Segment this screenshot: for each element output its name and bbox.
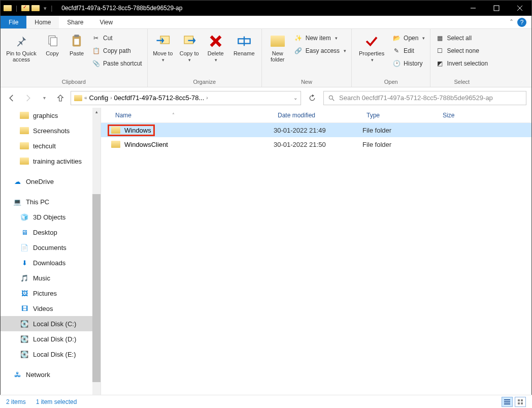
tree-item-graphics[interactable]: graphics: [1, 108, 101, 123]
file-type: File folder: [362, 127, 439, 134]
tab-view[interactable]: View: [91, 16, 121, 28]
tab-home[interactable]: Home: [26, 16, 59, 28]
chevron-down-icon: ▾: [344, 48, 346, 53]
scrollbar-thumb[interactable]: [92, 194, 101, 382]
details-view-button[interactable]: [502, 397, 513, 407]
delete-button[interactable]: Delete▾: [204, 31, 228, 62]
ribbon: Pin to Quick access Copy Paste ✂Cut 📋Cop…: [1, 29, 531, 87]
copy-to-button[interactable]: Copy to▾: [177, 31, 202, 62]
tree-item-documents[interactable]: 📄Documents: [1, 240, 101, 255]
tree-item-downloads[interactable]: ⬇Downloads: [1, 255, 101, 270]
tree-item-local-disk-e[interactable]: 💽Local Disk (E:): [1, 347, 101, 362]
pin-quick-access-button[interactable]: Pin to Quick access: [4, 31, 39, 62]
ribbon-group-new: New folder ✨New item▾ 🔗Easy access▾ New: [262, 29, 352, 87]
view-toggle: [502, 397, 526, 407]
copy-path-button[interactable]: 📋Copy path: [90, 45, 144, 56]
chevron-right-icon: ›: [110, 95, 112, 101]
label: Delete: [208, 50, 224, 56]
column-header-size[interactable]: Size: [439, 112, 489, 119]
tree-item-local-disk-d[interactable]: 💽Local Disk (D:): [1, 331, 101, 347]
label: Screenshots: [33, 127, 70, 135]
easy-access-button[interactable]: 🔗Easy access▾: [292, 45, 348, 56]
column-header-type[interactable]: Type: [362, 112, 439, 119]
tree-item-screenshots[interactable]: Screenshots: [1, 123, 101, 138]
tab-file[interactable]: File: [1, 16, 26, 28]
invert-selection-button[interactable]: ◩Invert selection: [434, 57, 490, 69]
folder-icon: [111, 127, 120, 134]
chevron-down-icon: ▾: [422, 36, 425, 41]
tree-item-techcult[interactable]: techcult: [1, 138, 101, 153]
copy-button[interactable]: Copy: [41, 31, 63, 56]
tree-item-thispc[interactable]: 💻This PC: [1, 194, 101, 209]
move-to-button[interactable]: Move to▾: [151, 31, 175, 62]
paste-button[interactable]: Paste: [65, 31, 88, 56]
column-header-name[interactable]: Name˄: [111, 112, 274, 119]
address-bar[interactable]: « Config › 0ecfdf71-497a-5712-8cc5-78...…: [71, 91, 301, 105]
file-name: WindowsClient: [124, 141, 168, 148]
collapse-ribbon-icon[interactable]: ˄: [510, 18, 513, 26]
forward-button[interactable]: [22, 92, 34, 104]
folder-icon: [20, 142, 29, 150]
svg-rect-21: [521, 399, 523, 401]
recent-dropdown[interactable]: ▾: [38, 92, 50, 104]
select-none-button[interactable]: ☐Select none: [434, 45, 490, 56]
label: graphics: [33, 112, 58, 119]
search-icon: [328, 95, 335, 102]
select-all-icon: ▦: [436, 34, 444, 42]
tree-item-videos[interactable]: 🎞Videos: [1, 301, 101, 316]
tree-item-pictures[interactable]: 🖼Pictures: [1, 286, 101, 301]
file-name: Windows: [124, 127, 151, 134]
group-label: New: [265, 78, 348, 87]
label: Pin to Quick access: [4, 50, 39, 62]
column-header-date[interactable]: Date modified: [274, 112, 362, 119]
minimize-button[interactable]: [461, 1, 485, 16]
label: training activities: [33, 158, 82, 165]
maximize-button[interactable]: [485, 1, 508, 16]
folder-icon: [20, 111, 29, 119]
svg-rect-20: [518, 399, 520, 401]
folder-icon: [20, 157, 29, 165]
scroll-up-button[interactable]: ▴: [92, 108, 101, 116]
group-label: Select: [434, 78, 490, 87]
back-button[interactable]: [6, 92, 18, 104]
open-button[interactable]: 📂Open▾: [390, 32, 427, 44]
downloads-icon: ⬇: [20, 259, 29, 267]
tree-item-local-disk-c[interactable]: 💽Local Disk (C:): [1, 316, 101, 331]
rename-button[interactable]: Rename: [230, 31, 258, 56]
select-all-button[interactable]: ▦Select all: [434, 32, 490, 44]
new-item-button[interactable]: ✨New item▾: [292, 32, 348, 44]
tree-item-onedrive[interactable]: ☁OneDrive: [1, 174, 101, 189]
tree-item-3dobjects[interactable]: 🧊3D Objects: [1, 209, 101, 225]
tree-item-network[interactable]: 🖧Network: [1, 367, 101, 382]
history-button[interactable]: 🕑History: [390, 57, 427, 69]
overflow-icon[interactable]: ▾: [44, 5, 47, 12]
icons-view-button[interactable]: [515, 397, 526, 407]
ribbon-tabs: File Home Share View ˄ ?: [1, 16, 531, 29]
refresh-button[interactable]: [305, 91, 319, 105]
dropdown-icon[interactable]: ⌄: [293, 95, 297, 101]
properties-button[interactable]: Properties▾: [355, 31, 388, 62]
label: New item: [306, 35, 331, 42]
tab-share[interactable]: Share: [59, 16, 91, 28]
svg-rect-19: [504, 403, 510, 404]
tree-item-desktop[interactable]: 🖥Desktop: [1, 225, 101, 240]
disk-icon: 💽: [20, 335, 29, 343]
up-button[interactable]: [54, 92, 66, 104]
search-input[interactable]: Search 0ecfdf71-497a-5712-8cc5-788b5de96…: [323, 91, 526, 105]
tree-item-music[interactable]: 🎵Music: [1, 270, 101, 286]
breadcrumb-segment[interactable]: 0ecfdf71-497a-5712-8cc5-78...: [114, 94, 204, 102]
label: Open: [404, 35, 418, 42]
onedrive-icon: ☁: [13, 177, 22, 185]
address-bar-row: ▾ « Config › 0ecfdf71-497a-5712-8cc5-78.…: [1, 87, 531, 108]
help-icon[interactable]: ?: [517, 18, 526, 27]
file-row-windowsclient[interactable]: WindowsClient 30-01-2022 21:50 File fold…: [101, 137, 531, 151]
close-button[interactable]: [508, 1, 531, 16]
breadcrumb-segment[interactable]: Config: [89, 94, 109, 102]
tree-item-training[interactable]: training activities: [1, 153, 101, 169]
file-date: 30-01-2022 21:50: [274, 141, 362, 148]
new-folder-button[interactable]: New folder: [265, 31, 290, 62]
paste-shortcut-button[interactable]: 📎Paste shortcut: [90, 57, 144, 69]
edit-button[interactable]: ✎Edit: [390, 45, 427, 56]
cut-button[interactable]: ✂Cut: [90, 32, 144, 44]
file-row-windows[interactable]: Windows 30-01-2022 21:49 File folder: [101, 123, 531, 137]
